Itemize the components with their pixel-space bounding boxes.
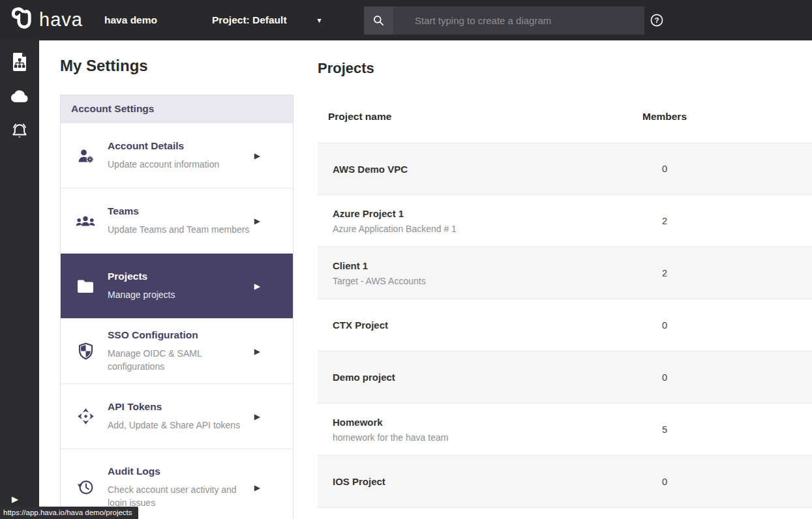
menu-item-subtitle: Manage projects	[108, 288, 254, 301]
alerts-bell-icon[interactable]	[0, 117, 39, 145]
chevron-right-icon: ▶	[254, 483, 260, 492]
expand-arrow-icon[interactable]: ▶	[12, 494, 18, 504]
search-icon[interactable]	[364, 7, 393, 35]
help-icon[interactable]: ?	[650, 14, 663, 27]
menu-item-teams[interactable]: Teams Update Teams and Team members ▶	[61, 188, 293, 253]
menu-item-title: API Tokens	[108, 401, 254, 413]
status-url-tooltip: https://app.hava.io/hava demo/projects	[0, 507, 138, 519]
project-description: homework for the hava team	[333, 432, 812, 443]
menu-item-subtitle: Add, Update & Share API tokens	[108, 419, 254, 432]
projects-title: Projects	[318, 60, 374, 77]
api-tokens-icon	[72, 384, 99, 449]
project-row-demo-project[interactable]: Demo project 0	[318, 351, 812, 404]
menu-item-title: Audit Logs	[108, 466, 254, 477]
chevron-right-icon: ▶	[254, 282, 260, 291]
project-members-count: 0	[639, 320, 690, 331]
logo-text: hava	[39, 9, 83, 31]
project-row-ios-project[interactable]: IOS Project 0	[318, 456, 812, 508]
project-members-count: 2	[639, 216, 690, 226]
user-gear-icon	[72, 123, 99, 188]
diagram-search	[364, 7, 644, 35]
top-bar: hava hava demo Project: Default ▾ ?	[0, 0, 812, 40]
menu-item-subtitle: Update Teams and Team members	[108, 223, 254, 236]
chevron-right-icon: ▶	[254, 347, 260, 356]
menu-item-title: Teams	[108, 205, 254, 217]
search-input[interactable]	[393, 7, 644, 35]
cloud-sources-icon[interactable]	[0, 82, 39, 111]
section-header-account-settings: Account Settings	[61, 95, 293, 123]
menu-item-subtitle: Update account information	[108, 158, 254, 171]
folder-icon	[72, 254, 99, 318]
left-rail: ▶	[0, 40, 39, 519]
projects-table: AWS Demo VPC 0 Azure Project 1 Azure App…	[318, 143, 812, 508]
hava-logo-icon	[8, 6, 38, 33]
project-row-azure-project-1[interactable]: Azure Project 1 Azure Application Backen…	[318, 195, 812, 247]
shield-icon	[72, 319, 99, 383]
menu-item-sso-configuration[interactable]: SSO Configuration Manage OIDC & SAML con…	[61, 318, 293, 383]
settings-menu: Account Settings Account Details Update …	[60, 95, 293, 519]
chevron-right-icon: ▶	[254, 412, 260, 421]
project-row-homework[interactable]: Homework homework for the hava team 5	[318, 404, 812, 456]
project-name: Demo project	[333, 372, 812, 383]
menu-item-title: Account Details	[108, 140, 254, 152]
app-window: hava hava demo Project: Default ▾ ?	[0, 0, 812, 519]
project-members-count: 0	[639, 372, 690, 383]
project-row-client-1[interactable]: Client 1 Target - AWS Accounts 2	[318, 247, 812, 299]
menu-item-account-details[interactable]: Account Details Update account informati…	[61, 123, 293, 188]
chevron-right-icon: ▶	[254, 216, 260, 226]
projects-table-header: Project name Members	[318, 108, 812, 130]
project-description: Target - AWS Accounts	[333, 276, 812, 286]
menu-item-title: Projects	[108, 271, 254, 282]
project-members-count: 0	[639, 477, 690, 487]
project-members-count: 2	[639, 268, 690, 278]
svg-text:?: ?	[654, 16, 659, 24]
project-name: Client 1	[333, 260, 812, 271]
project-name: Azure Project 1	[333, 208, 812, 219]
diagram-document-icon[interactable]	[0, 48, 39, 76]
page-title: My Settings	[60, 57, 148, 75]
project-row-ctx-project[interactable]: CTX Project 0	[318, 299, 812, 351]
project-name: Homework	[333, 417, 812, 428]
project-name: AWS Demo VPC	[333, 164, 812, 175]
project-members-count: 5	[639, 424, 690, 435]
column-header-members: Members	[639, 111, 690, 123]
project-row-aws-demo-vpc[interactable]: AWS Demo VPC 0	[318, 143, 812, 195]
project-description: Azure Application Backend # 1	[333, 224, 812, 234]
project-selector-label: Project: Default	[212, 14, 287, 26]
project-name: IOS Project	[333, 476, 812, 487]
column-header-project-name: Project name	[328, 111, 391, 123]
menu-item-subtitle: Check account user activity and login is…	[108, 483, 254, 509]
teams-icon	[72, 188, 99, 253]
chevron-right-icon: ▶	[254, 151, 260, 160]
hava-logo[interactable]: hava	[8, 6, 83, 33]
caret-down-icon: ▾	[318, 16, 322, 25]
menu-item-api-tokens[interactable]: API Tokens Add, Update & Share API token…	[61, 383, 293, 449]
menu-item-subtitle: Manage OIDC & SAML configurations	[108, 347, 254, 373]
project-members-count: 0	[639, 164, 690, 174]
org-name: hava demo	[104, 0, 157, 40]
project-name: CTX Project	[333, 319, 812, 331]
menu-item-title: SSO Configuration	[108, 329, 254, 341]
project-selector[interactable]: Project: Default ▾	[212, 0, 322, 40]
menu-item-projects[interactable]: Projects Manage projects ▶	[61, 253, 293, 318]
